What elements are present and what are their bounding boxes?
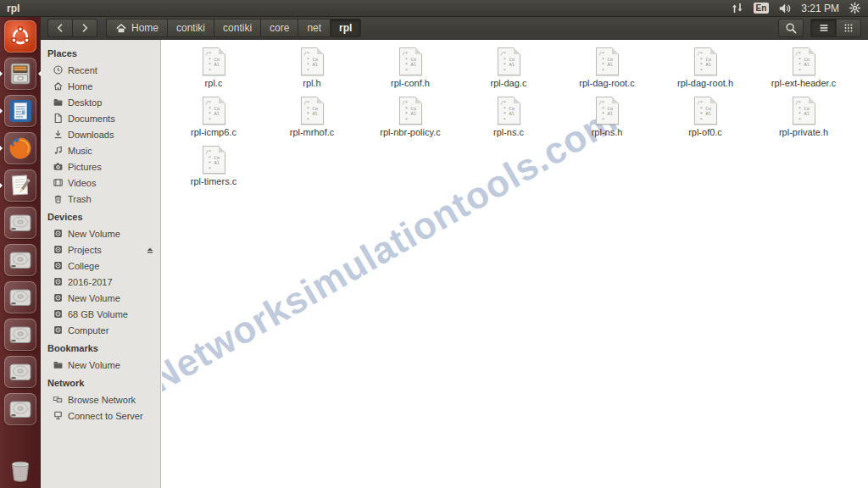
file-name: rpl-icmp6.c xyxy=(191,127,236,137)
list-view-icon xyxy=(818,22,830,34)
download-icon xyxy=(52,129,64,140)
sidebar-item-browse-network[interactable]: Browse Network xyxy=(41,391,160,408)
file-name: rpl-nbr-policy.c xyxy=(380,127,440,137)
sidebar-item-new-volume[interactable]: New Volume xyxy=(41,357,160,373)
file-rpl-ns-h[interactable]: /* * Co * Al * rpl-ns.h xyxy=(558,97,656,146)
sidebar-item-connect-to-server[interactable]: Connect to Server xyxy=(41,408,160,424)
view-toggle-group xyxy=(810,19,861,37)
clock[interactable]: 3:21 PM xyxy=(801,3,839,14)
breadcrumb: Home contiki contiki core net rpl xyxy=(106,19,361,37)
breadcrumb-net[interactable]: net xyxy=(298,19,330,37)
sidebar-item-desktop[interactable]: Desktop xyxy=(41,94,160,110)
sidebar-item-documents[interactable]: Documents xyxy=(41,110,160,126)
file-name: rpl-private.h xyxy=(779,127,828,137)
launcher-item-firefox[interactable] xyxy=(4,132,36,164)
forward-button[interactable] xyxy=(72,19,97,37)
running-indicator xyxy=(0,70,6,77)
file-rpl-dag-root-c[interactable]: /* * Co * Al * rpl-dag-root.c xyxy=(558,47,656,97)
file-rpl-of0-c[interactable]: /* * Co * Al * rpl-of0.c xyxy=(656,97,754,146)
c-source-file-icon: /* * Co * Al * xyxy=(301,97,324,125)
music-icon xyxy=(52,145,64,156)
files-grid: /* * Co * Al * rpl.c /* * Co * Al * rpl.… xyxy=(162,40,868,195)
sidebar-item-new-volume[interactable]: New Volume xyxy=(41,225,160,241)
volume-icon[interactable] xyxy=(778,3,792,14)
sidebar-item-trash[interactable]: Trash xyxy=(41,191,160,207)
grid-view-button[interactable] xyxy=(836,19,861,37)
running-indicator xyxy=(0,182,6,189)
file-rpl-conf-h[interactable]: /* * Co * Al * rpl-conf.h xyxy=(361,47,459,97)
launcher-item-libreoffice-writer[interactable] xyxy=(4,95,36,127)
file-rpl-c[interactable]: /* * Co * Al * rpl.c xyxy=(164,47,263,97)
file-rpl-dag-root-h[interactable]: /* * Co * Al * rpl-dag-root.h xyxy=(656,47,754,97)
session-gear-icon[interactable] xyxy=(849,2,861,14)
file-rpl-icmp6-c[interactable]: /* * Co * Al * rpl-icmp6.c xyxy=(164,97,263,146)
drive-small-icon xyxy=(52,308,64,319)
sidebar-item-downloads[interactable]: Downloads xyxy=(41,126,160,142)
file-rpl-dag-c[interactable]: /* * Co * Al * rpl-dag.c xyxy=(459,47,558,97)
launcher-item-volume-6[interactable] xyxy=(4,393,36,425)
window-title: rpl xyxy=(7,3,19,14)
file-rpl-h[interactable]: /* * Co * Al * rpl.h xyxy=(263,47,361,97)
folder-icon xyxy=(52,359,64,370)
sidebar-item-2016-2017[interactable]: 2016-2017 xyxy=(41,274,160,290)
breadcrumb-core[interactable]: core xyxy=(260,19,298,37)
file-manager-window: Home contiki contiki core net rpl xyxy=(41,17,868,488)
file-name: rpl-ns.c xyxy=(493,127,524,137)
file-name: rpl-dag.c xyxy=(491,78,527,88)
file-rpl-mrhof-c[interactable]: /* * Co * Al * rpl-mrhof.c xyxy=(263,97,361,146)
keyboard-layout-indicator[interactable]: En xyxy=(754,3,770,14)
sidebar-item-projects[interactable]: Projects xyxy=(41,241,160,258)
drive-small-icon xyxy=(52,324,64,336)
breadcrumb-home[interactable]: Home xyxy=(106,19,167,37)
file-name: rpl-ext-header.c xyxy=(771,78,836,88)
file-name: rpl-conf.h xyxy=(391,78,430,88)
sidebar-item-videos[interactable]: Videos xyxy=(41,175,160,191)
camera-icon xyxy=(52,161,64,172)
network-arrows-icon[interactable] xyxy=(730,3,744,14)
breadcrumb-rpl[interactable]: rpl xyxy=(330,19,361,37)
libreoffice-writer-icon xyxy=(8,98,33,124)
chevron-left-icon xyxy=(54,21,66,35)
sidebar-item-label: Computer xyxy=(68,325,108,336)
launcher-item-trash[interactable] xyxy=(4,454,36,486)
file-rpl-ext-header-c[interactable]: /* * Co * Al * rpl-ext-header.c xyxy=(754,47,853,97)
file-name: rpl-dag-root.h xyxy=(677,78,733,88)
launcher-item-volume-3[interactable] xyxy=(4,281,36,313)
file-rpl-ns-c[interactable]: /* * Co * Al * rpl-ns.c xyxy=(459,97,558,146)
launcher-item-text-editor[interactable] xyxy=(4,169,36,202)
toolbar: Home contiki contiki core net rpl xyxy=(41,17,868,40)
sidebar-heading-bookmarks: Bookmarks xyxy=(41,338,160,357)
file-rpl-nbr-policy-c[interactable]: /* * Co * Al * rpl-nbr-policy.c xyxy=(361,97,459,146)
launcher-item-volume-4[interactable] xyxy=(4,319,36,351)
list-view-button[interactable] xyxy=(810,19,836,37)
sidebar-item-pictures[interactable]: Pictures xyxy=(41,158,160,175)
sidebar-item-68-gb-volume[interactable]: 68 GB Volume xyxy=(41,306,160,322)
sidebar-item-home[interactable]: Home xyxy=(41,78,160,94)
sidebar-item-recent[interactable]: Recent xyxy=(41,62,160,78)
sidebar-item-college[interactable]: College xyxy=(41,258,160,274)
sidebar-item-computer[interactable]: Computer xyxy=(41,322,160,338)
breadcrumb-contiki[interactable]: contiki xyxy=(167,19,214,37)
sidebar-item-new-volume[interactable]: New Volume xyxy=(41,290,160,306)
sidebar-item-label: New Volume xyxy=(68,229,120,239)
search-icon xyxy=(785,22,798,35)
back-button[interactable] xyxy=(47,19,72,37)
c-source-file-icon: /* * Co * Al * xyxy=(203,47,225,75)
sidebar-item-label: Projects xyxy=(68,245,102,255)
sidebar-item-label: College xyxy=(68,261,99,271)
launcher-item-volume-1[interactable] xyxy=(4,207,36,239)
sidebar-item-music[interactable]: Music xyxy=(41,142,160,158)
eject-icon[interactable] xyxy=(145,245,155,255)
launcher-item-ubuntu-dash[interactable] xyxy=(4,20,36,53)
document-icon xyxy=(52,113,64,124)
launcher-item-volume-2[interactable] xyxy=(4,244,36,276)
search-button[interactable] xyxy=(778,19,804,37)
launcher-item-volume-5[interactable] xyxy=(4,356,36,388)
sidebar-item-label: Connect to Server xyxy=(68,411,143,421)
launcher-item-files[interactable] xyxy=(4,58,36,90)
file-rpl-timers-c[interactable]: /* * Co * Al * rpl-timers.c xyxy=(164,146,263,195)
file-rpl-private-h[interactable]: /* * Co * Al * rpl-private.h xyxy=(754,97,853,146)
running-indicator xyxy=(0,108,6,114)
breadcrumb-contiki[interactable]: contiki xyxy=(214,19,260,37)
video-icon xyxy=(52,177,64,188)
